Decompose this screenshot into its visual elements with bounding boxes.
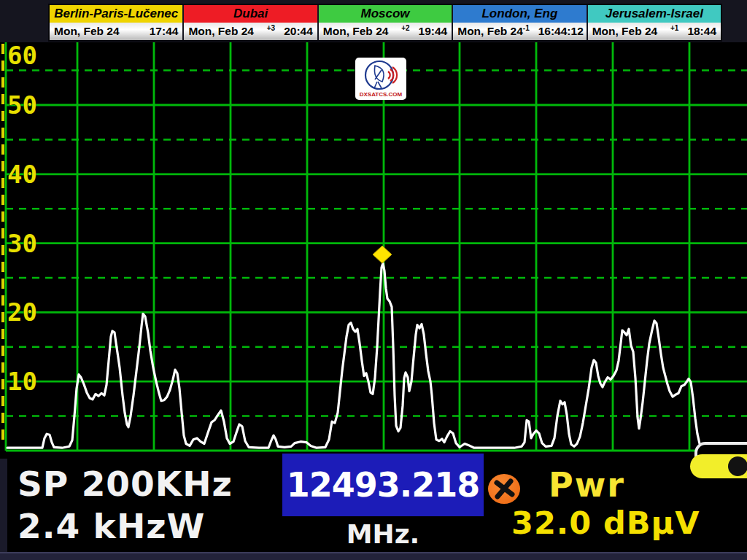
clock-panel-1: DubaiMon, Feb 24+320:44 [184, 5, 318, 40]
clock-panel-4: Jerusalem-IsraelMon, Feb 24+118:44 [588, 5, 721, 40]
bandwidth-label: 2.4 kHzW [18, 506, 205, 546]
clock-time-row: Mon, Feb 24-116:44:12 [453, 23, 586, 40]
world-clock-bar: Berlin-Paris-LučenecMon, Feb 2417:44Duba… [48, 4, 722, 42]
power-label: Pwr [549, 465, 625, 505]
clock-date: Mon, Feb 24 [323, 25, 389, 38]
clock-time-row: Mon, Feb 24+219:44 [319, 23, 452, 40]
satellite-dish-icon [374, 66, 384, 88]
clock-time: 17:44 [150, 25, 179, 38]
power-value: 32.0 dBµV [511, 505, 700, 541]
clock-time: 19:44 [419, 25, 448, 38]
clock-city-name: Dubai [184, 5, 317, 23]
clock-time: 16:44:12 [538, 25, 584, 38]
clock-city-name: London, Eng [453, 5, 586, 23]
frequency-display[interactable]: 12493.218 [282, 454, 484, 516]
close-icon [488, 474, 520, 504]
clock-panel-2: MoscowMon, Feb 24+219:44 [319, 5, 453, 40]
logo: DXSATCS.COM [355, 58, 406, 100]
peak-marker-icon [373, 246, 392, 263]
clock-utc-offset: +1 [670, 24, 678, 32]
clock-city-name: Jerusalem-Israel [588, 5, 721, 23]
clock-city-name: Moscow [319, 5, 452, 23]
spectrum-trace [7, 263, 746, 448]
frequency-unit-label: MHz. [282, 519, 484, 549]
clock-time-row: Mon, Feb 24+320:44 [184, 23, 317, 40]
frequency-value: 12493.218 [287, 465, 480, 505]
toggle-knob-icon [728, 456, 747, 476]
clock-panel-3: London, EngMon, Feb 24-116:44:12 [453, 5, 587, 40]
toggle-pill [690, 454, 747, 478]
clock-time: 20:44 [284, 25, 313, 38]
clock-panel-0: Berlin-Paris-LučenecMon, Feb 2417:44 [50, 5, 184, 40]
clock-date: Mon, Feb 24 [54, 25, 120, 38]
y-axis-label: 60 [7, 42, 37, 70]
clock-date: Mon, Feb 24 [592, 25, 658, 38]
toggle-switch[interactable] [692, 442, 747, 480]
clock-time-row: Mon, Feb 24+118:44 [588, 23, 721, 40]
close-button[interactable] [488, 474, 520, 504]
y-axis-label: 20 [7, 298, 37, 327]
spectrum-analyzer-screen: 102030405060 Berlin-Paris-LučenecMon, Fe… [0, 0, 747, 560]
logo-text: DXSATCS.COM [360, 91, 403, 98]
frame-left-edge [0, 459, 7, 552]
clock-date: Mon, Feb 24 [188, 25, 254, 38]
y-axis-label: 10 [7, 367, 37, 396]
clock-time: 18:44 [687, 25, 716, 38]
clock-utc-offset: +3 [267, 24, 275, 32]
clock-time-row: Mon, Feb 2417:44 [50, 23, 182, 40]
y-axis-label: 30 [7, 229, 37, 258]
clock-city-name: Berlin-Paris-Lučenec [50, 5, 182, 23]
y-axis-label: 40 [7, 160, 37, 189]
clock-date: Mon, Feb 24 [457, 25, 523, 38]
spectrum-plot: 102030405060 [0, 42, 747, 456]
span-label: SP 200KHz [18, 464, 233, 504]
clock-utc-offset: -1 [523, 24, 530, 32]
clock-utc-offset: +2 [401, 24, 409, 32]
y-axis-label: 50 [7, 90, 37, 120]
frame-bottom-edge [0, 552, 747, 560]
